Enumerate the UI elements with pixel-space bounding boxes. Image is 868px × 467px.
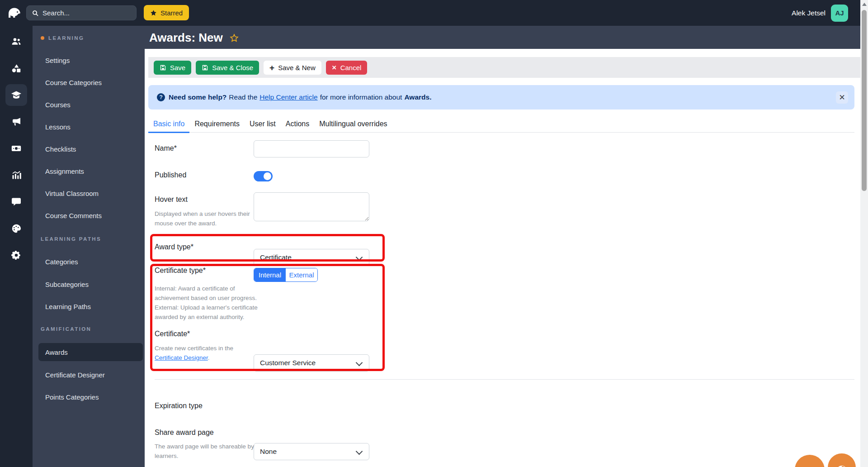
tab-multilingual-overrides[interactable]: Multilingual overrides	[314, 116, 392, 132]
brand-swirl-icon	[832, 460, 852, 467]
banner-text: for more information about	[320, 93, 402, 101]
sidebar-item-courses[interactable]: Courses	[38, 95, 143, 114]
sidebar-section-learning-paths: LEARNING PATHS	[41, 234, 101, 243]
action-toolbar: Save Save & Close + Save & New ✕ Cancel	[148, 57, 860, 78]
certificate-help: Create new certificates in the Certifica…	[155, 343, 261, 362]
scrollbar-thumb[interactable]	[862, 10, 867, 191]
expiration-type-value: None	[260, 448, 277, 456]
certificate-designer-link[interactable]: Certificate Designer	[155, 354, 208, 361]
sidebar-item-categories[interactable]: Categories	[38, 253, 143, 271]
banner-subject: Awards.	[404, 93, 431, 101]
hover-text-help: Displayed when a user hovers their mouse…	[155, 209, 261, 228]
award-type-value: Certificate	[260, 253, 292, 262]
certificate-type-external-button[interactable]: External	[286, 268, 317, 281]
share-award-page-help: The award page will be shareable by lear…	[155, 442, 261, 461]
graduation-cap-icon[interactable]	[11, 90, 22, 100]
x-icon: ✕	[332, 64, 337, 71]
sidebar-item-awards[interactable]: Awards	[38, 343, 143, 361]
sidebar-item-checklists[interactable]: Checklists	[38, 140, 143, 158]
save-button[interactable]: Save	[154, 61, 191, 75]
question-circle-icon: ?	[157, 93, 165, 101]
sidebar-item-lessons[interactable]: Lessons	[38, 118, 143, 136]
share-award-page-label: Share award page	[155, 429, 214, 437]
active-module-dot	[41, 36, 44, 40]
sidebar-item-course-categories[interactable]: Course Categories	[38, 73, 143, 91]
tab-user-list[interactable]: User list	[245, 116, 281, 132]
search-input[interactable]	[42, 9, 124, 17]
search-icon	[32, 10, 39, 17]
banner-close-button[interactable]: ✕	[836, 91, 848, 104]
award-type-label: Award type*	[155, 243, 193, 251]
cancel-button[interactable]: ✕ Cancel	[326, 61, 368, 75]
sidebar-section-learning: LEARNING	[41, 33, 84, 43]
palette-icon[interactable]	[11, 223, 22, 234]
sidebar-item-points-categories[interactable]: Points Categories	[38, 388, 143, 406]
save-icon	[160, 64, 166, 71]
section-divider	[155, 379, 854, 380]
page-header-band: Awards: New	[145, 26, 860, 49]
expiration-type-label: Expiration type	[155, 402, 203, 410]
global-search	[26, 5, 137, 20]
scroll-up-arrow-icon[interactable]	[862, 3, 867, 6]
banner-lead: Need some help?	[169, 93, 226, 101]
analytics-icon[interactable]	[11, 170, 22, 181]
topbar: Starred Alek Jetsel AJ	[0, 0, 860, 26]
expiration-type-select[interactable]: None	[254, 443, 369, 460]
banner-text: Read the	[229, 93, 257, 101]
certificate-type-help: Internal: Award a certificate of achieve…	[155, 284, 261, 322]
certificate-type-label: Certificate type*	[155, 267, 206, 275]
starred-button[interactable]: Starred	[144, 5, 189, 20]
shapes-icon[interactable]	[11, 63, 22, 74]
page-scrollbar[interactable]	[860, 0, 868, 467]
sidebar-item-learning-paths[interactable]: Learning Paths	[38, 297, 143, 315]
sidebar-item-settings[interactable]: Settings	[38, 51, 143, 69]
published-toggle[interactable]	[254, 171, 273, 181]
sidebar-section-gamification: GAMIFICATION	[41, 324, 91, 334]
sidebar: LEARNING Settings Course Categories Cour…	[33, 26, 145, 467]
chat-icon[interactable]	[11, 196, 22, 207]
starred-label: Starred	[160, 9, 183, 17]
megaphone-icon[interactable]	[11, 116, 22, 127]
sidebar-item-course-comments[interactable]: Course Comments	[38, 206, 143, 224]
tab-requirements[interactable]: Requirements	[189, 116, 245, 132]
favorite-star-icon[interactable]	[230, 33, 239, 43]
help-center-link[interactable]: Help Center article	[259, 93, 317, 101]
plus-icon: +	[269, 63, 274, 72]
star-icon	[150, 10, 157, 16]
users-icon[interactable]	[11, 36, 22, 47]
name-input[interactable]	[254, 140, 369, 157]
avatar[interactable]: AJ	[831, 5, 848, 22]
sidebar-item-assignments[interactable]: Assignments	[38, 162, 143, 180]
sidebar-item-subcategories[interactable]: Subcategories	[38, 275, 143, 293]
user-name: Alek Jetsel	[792, 9, 826, 17]
tab-bar: Basic info Requirements User list Action…	[148, 116, 854, 133]
tab-actions[interactable]: Actions	[281, 116, 314, 132]
banknote-icon[interactable]	[11, 143, 22, 154]
tab-basic-info[interactable]: Basic info	[148, 116, 189, 132]
published-label: Published	[155, 171, 186, 179]
award-type-select[interactable]: Certificate	[254, 249, 369, 266]
main-content: Save Save & Close + Save & New ✕ Cancel …	[145, 49, 860, 467]
certificate-value: Customer Service	[260, 359, 316, 367]
toggle-knob	[264, 172, 271, 180]
hover-text-textarea[interactable]	[254, 192, 369, 221]
sidebar-item-certificate-designer[interactable]: Certificate Designer	[38, 366, 143, 384]
save-and-close-button[interactable]: Save & Close	[196, 61, 259, 75]
help-banner: ? Need some help? Read the Help Center a…	[148, 85, 854, 110]
certificate-label: Certificate*	[155, 330, 190, 338]
name-label: Name*	[155, 144, 177, 152]
gear-icon[interactable]	[11, 250, 22, 261]
hover-text-label: Hover text	[155, 195, 188, 204]
brand-elephant-logo[interactable]	[6, 4, 23, 21]
icon-rail	[0, 26, 33, 467]
certificate-type-internal-button[interactable]: Internal	[254, 268, 286, 281]
save-icon	[202, 64, 208, 71]
close-icon: ✕	[839, 94, 845, 101]
certificate-type-segmented: Internal External	[254, 268, 318, 282]
sidebar-item-virtual-classroom[interactable]: Virtual Classroom	[38, 184, 143, 202]
certificate-select[interactable]: Customer Service	[254, 354, 369, 372]
save-and-new-button[interactable]: + Save & New	[264, 61, 321, 75]
page-title: Awards: New	[149, 31, 239, 45]
